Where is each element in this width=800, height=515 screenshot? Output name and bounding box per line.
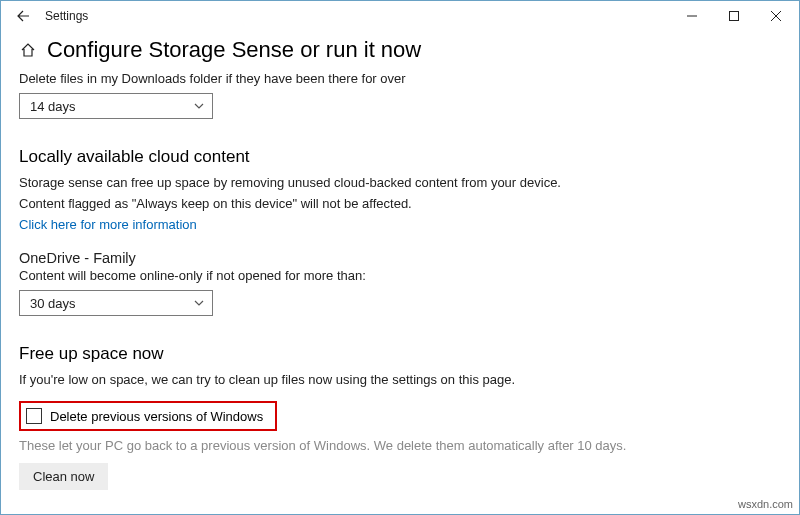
cloud-text-2: Content flagged as "Always keep on this … xyxy=(19,196,781,211)
freeup-text: If you're low on space, we can try to cl… xyxy=(19,372,781,387)
close-icon xyxy=(771,11,781,21)
downloads-dropdown[interactable]: 14 days xyxy=(19,93,213,119)
watermark: wsxdn.com xyxy=(738,498,793,510)
freeup-heading: Free up space now xyxy=(19,344,781,364)
more-info-link[interactable]: Click here for more information xyxy=(19,217,781,232)
window-controls xyxy=(671,1,797,31)
cloud-text-1: Storage sense can free up space by remov… xyxy=(19,175,781,190)
back-arrow-icon xyxy=(15,8,31,24)
onedrive-dropdown[interactable]: 30 days xyxy=(19,290,213,316)
minimize-icon xyxy=(687,11,697,21)
titlebar: Settings xyxy=(1,1,799,31)
svg-rect-0 xyxy=(730,12,739,21)
delete-previous-versions-checkbox[interactable] xyxy=(26,408,42,424)
onedrive-dropdown-value: 30 days xyxy=(30,296,76,311)
downloads-label: Delete files in my Downloads folder if t… xyxy=(19,71,781,86)
minimize-button[interactable] xyxy=(671,1,713,31)
downloads-dropdown-value: 14 days xyxy=(30,99,76,114)
freeup-help-text: These let your PC go back to a previous … xyxy=(19,438,781,453)
clean-now-button[interactable]: Clean now xyxy=(19,463,108,490)
close-button[interactable] xyxy=(755,1,797,31)
onedrive-title: OneDrive - Family xyxy=(19,250,781,266)
chevron-down-icon xyxy=(194,103,204,109)
chevron-down-icon xyxy=(194,300,204,306)
cloud-heading: Locally available cloud content xyxy=(19,147,781,167)
page-title: Configure Storage Sense or run it now xyxy=(47,37,421,63)
maximize-button[interactable] xyxy=(713,1,755,31)
content-area: Configure Storage Sense or run it now De… xyxy=(1,31,799,490)
delete-previous-versions-label: Delete previous versions of Windows xyxy=(50,409,263,424)
maximize-icon xyxy=(729,11,739,21)
heading-row: Configure Storage Sense or run it now xyxy=(19,37,781,63)
window-title: Settings xyxy=(45,9,88,23)
back-button[interactable] xyxy=(11,4,35,28)
onedrive-text: Content will become online-only if not o… xyxy=(19,268,781,283)
home-icon[interactable] xyxy=(19,41,37,59)
delete-previous-versions-row[interactable]: Delete previous versions of Windows xyxy=(19,401,277,431)
